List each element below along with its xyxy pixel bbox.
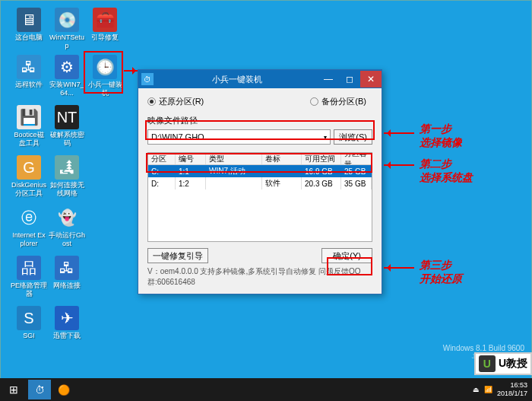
desktop-icon-这台电脑[interactable]: 🖥这台电脑 (11, 8, 47, 42)
titlebar[interactable]: ⏱ 小兵一键装机 — ◻ ✕ (138, 70, 382, 88)
arrow-step1 (384, 132, 414, 134)
desktop-icon-Bootice磁盘工具[interactable]: 💾Bootice磁盘工具 (11, 105, 47, 148)
taskbar[interactable]: ⊞ ⏱ 🟠 ⏏ 📶 16:532018/1/17 (0, 378, 532, 401)
system-tray[interactable]: ⏏ 📶 16:532018/1/17 (473, 381, 532, 398)
start-button[interactable]: ⊞ (0, 378, 27, 401)
tray-network-icon[interactable]: 📶 (484, 386, 492, 393)
desktop-icon-破解系统密码[interactable]: NT破解系统密码 (49, 105, 85, 148)
installer-window: ⏱ 小兵一键装机 — ◻ ✕ 还原分区(R) 备份分区(B) 映像文件路径 D:… (138, 69, 382, 294)
highlight-table (146, 153, 372, 173)
desktop-icon-PE络路管理器[interactable]: 品PE络路管理器 (11, 256, 47, 298)
desktop-icon-手动运行Ghost[interactable]: 👻手动运行Ghost (49, 205, 85, 248)
arrow-to-window (124, 70, 139, 72)
highlight-launcher-icon (84, 51, 123, 94)
step1-label: 第一步选择镜像 (420, 122, 462, 149)
highlight-ok (327, 257, 372, 275)
window-title: 小兵一键装机 (157, 74, 318, 85)
repair-boot-button[interactable]: 一键修复引导 (147, 248, 208, 263)
desktop-icon-Internet Explorer[interactable]: ⓔInternet Explorer (11, 205, 47, 248)
step2-label: 第二步选择系统盘 (420, 157, 473, 184)
desktop-icon-DiskGenius分区工具[interactable]: GDiskGenius分区工具 (11, 155, 47, 198)
desktop-icon-安装WIN7_64...[interactable]: ⚙安装WIN7_64... (49, 55, 85, 97)
arrow-step2 (384, 164, 414, 166)
desktop-icon-迅雷下载[interactable]: ✈迅雷下载 (49, 306, 85, 340)
restore-radio[interactable]: 还原分区(R) (147, 96, 204, 107)
desktop-icon-如何连接无线网络[interactable]: 🏞如何连接无线网络 (49, 155, 85, 198)
step3-label: 第三步开始还原 (420, 258, 462, 285)
brand-icon: U (479, 355, 496, 372)
desktop-icon-WinNTSetup[interactable]: 💿WinNTSetup (49, 8, 85, 50)
maximize-button[interactable]: ◻ (339, 71, 360, 88)
app-icon: ⏱ (141, 73, 154, 85)
desktop-icon-SGI[interactable]: SSGI (11, 306, 47, 340)
clock[interactable]: 16:532018/1/17 (497, 381, 527, 398)
desktop-icon-引导修复[interactable]: 🧰引导修复 (87, 8, 123, 42)
tray-eject-icon[interactable]: ⏏ (473, 386, 480, 393)
desktop-icon-远程软件[interactable]: 🖧远程软件 (11, 55, 47, 89)
highlight-path (145, 120, 375, 140)
arrow-step3 (384, 267, 414, 269)
minimize-button[interactable]: — (318, 71, 339, 88)
brand-badge: U U教授 (474, 352, 532, 375)
backup-radio[interactable]: 备份分区(B) (310, 96, 366, 107)
close-button[interactable]: ✕ (360, 71, 382, 88)
taskbar-app2[interactable]: 🟠 (52, 380, 75, 399)
taskbar-app1[interactable]: ⏱ (28, 380, 51, 399)
table-row[interactable]: D:1:2软件20.3 GB35 GB (148, 177, 372, 189)
desktop-icon-网络连接[interactable]: 🖧网络连接 (49, 256, 85, 290)
